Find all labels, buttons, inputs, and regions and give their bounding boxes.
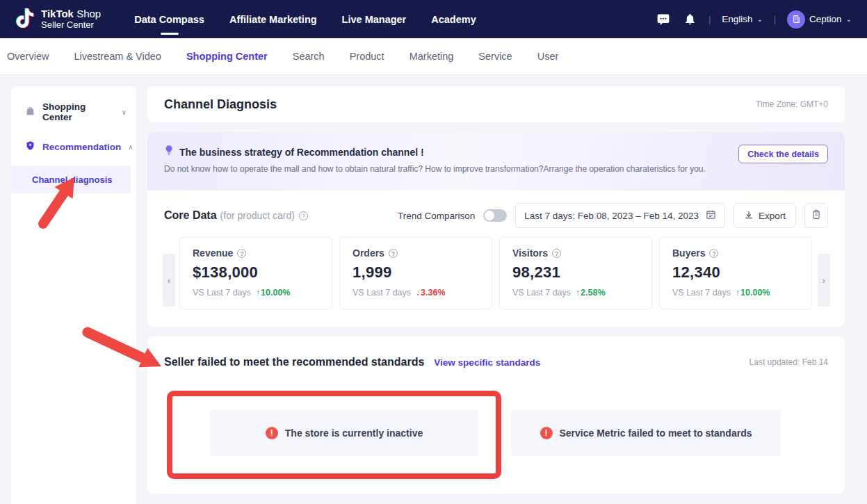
metric-label: Visitors <box>512 247 548 259</box>
carousel-prev-button[interactable]: ‹ <box>163 254 175 307</box>
trend-comparison-toggle[interactable] <box>483 209 507 222</box>
change-value: 3.36% <box>421 288 445 298</box>
last-updated-label: Last updated: Feb 14 <box>749 357 828 367</box>
compare-label: VS Last 7 days <box>193 288 251 298</box>
avatar <box>787 10 805 29</box>
top-nav-live-manager[interactable]: Live Manager <box>342 10 407 29</box>
brand-shop: Shop <box>74 8 101 19</box>
strategy-banner: The business strategy of Recommendation … <box>147 132 845 190</box>
metric-change: 2.58% <box>576 288 605 298</box>
metric-card-orders: Orders? 1,999 VS Last 7 days 3.36% <box>339 236 492 309</box>
notifications-bell-icon[interactable] <box>682 12 697 27</box>
account-menu[interactable]: Ception ⌄ <box>787 10 852 29</box>
calendar-icon <box>706 209 716 222</box>
top-nav-right: | English ⌄ | Ception ⌄ <box>656 10 852 29</box>
metric-value: $138,000 <box>193 263 319 282</box>
divider: | <box>774 15 776 24</box>
shopping-bag-icon <box>25 106 35 119</box>
date-range-value: Last 7 days: Feb 08, 2023 – Feb 14, 2023 <box>524 211 699 221</box>
compare-label: VS Last 7 days <box>672 288 731 298</box>
trend-comparison-label: Trend Comparison <box>398 211 475 221</box>
standards-card: Seller failed to meet the recommended st… <box>147 336 845 494</box>
chevron-up-icon: ∧ <box>128 143 133 151</box>
warning-store-inactive: ! The store is currently inactive <box>210 409 478 456</box>
compare-label: VS Last 7 days <box>512 288 571 298</box>
standards-title: Seller failed to meet the recommended st… <box>164 356 424 368</box>
check-details-button[interactable]: Check the details <box>738 145 828 163</box>
subnav-shopping-center[interactable]: Shopping Center <box>186 51 268 62</box>
metric-card-buyers: Buyers? 12,340 VS Last 7 days 10.00% <box>659 236 812 309</box>
help-question-icon[interactable]: ? <box>552 249 561 258</box>
chevron-down-icon: ⌄ <box>757 15 763 23</box>
export-button[interactable]: Export <box>734 203 796 228</box>
core-data-title: Core Data <box>164 209 217 222</box>
help-question-icon[interactable]: ? <box>237 249 246 258</box>
brand-logo[interactable]: TikTok Shop Seller Center <box>15 8 101 31</box>
toggle-knob <box>485 211 494 220</box>
top-navbar: TikTok Shop Seller Center Data Compass A… <box>0 0 867 38</box>
change-value: 2.58% <box>581 288 605 298</box>
metric-label: Revenue <box>193 247 233 259</box>
app-root: TikTok Shop Seller Center Data Compass A… <box>0 0 867 504</box>
trend-arrow-icon <box>256 288 260 298</box>
top-nav-academy[interactable]: Academy <box>431 10 476 29</box>
language-selector[interactable]: English ⌄ <box>722 14 763 24</box>
date-range-picker[interactable]: Last 7 days: Feb 08, 2023 – Feb 14, 2023 <box>515 203 725 228</box>
metric-change: 10.00% <box>736 288 770 298</box>
warning-text: The store is currently inactive <box>285 428 423 439</box>
view-specific-standards-link[interactable]: View specific standards <box>434 357 540 368</box>
metric-value: 1,999 <box>353 263 479 282</box>
compare-label: VS Last 7 days <box>353 288 411 298</box>
clipboard-button[interactable] <box>804 203 828 228</box>
export-label: Export <box>759 211 786 221</box>
metric-change: 10.00% <box>256 288 290 298</box>
sidebar-group-label: Recommendation <box>42 142 121 152</box>
subnav-livestream-video[interactable]: Livestream & Video <box>74 51 161 62</box>
sidebar-item-channel-diagnosis[interactable]: Channel diagnosis <box>11 165 131 193</box>
change-value: 10.00% <box>261 288 290 298</box>
messages-icon[interactable] <box>656 12 671 27</box>
username-label: Ception <box>809 14 842 24</box>
brand-seller-center: Seller Center <box>41 20 101 30</box>
metric-card-revenue: Revenue? $138,000 VS Last 7 days 10.00% <box>179 236 332 309</box>
help-question-icon[interactable]: ? <box>299 211 308 220</box>
lightbulb-icon <box>164 145 174 159</box>
brand-tiktok: TikTok <box>41 8 74 19</box>
trend-arrow-icon <box>736 288 740 298</box>
warning-text: Service Metric failed to meet to standar… <box>560 428 752 439</box>
top-nav-data-compass[interactable]: Data Compass <box>134 10 204 29</box>
secondary-navbar: Overview Livestream & Video Shopping Cen… <box>0 38 867 75</box>
sidebar-group-shopping-center[interactable]: Shopping Center ∨ <box>11 103 136 121</box>
metric-change: 3.36% <box>416 288 445 298</box>
warning-service-metric: ! Service Metric failed to meet to stand… <box>511 409 781 456</box>
subnav-service[interactable]: Service <box>478 51 512 62</box>
metric-value: 98,231 <box>512 263 639 282</box>
brand-text: TikTok Shop Seller Center <box>41 8 101 30</box>
page-header-card: Channel Diagnosis Time Zone: GMT+0 <box>147 86 845 122</box>
download-icon <box>744 210 754 222</box>
sidebar-group-recommendation[interactable]: Recommendation ∧ <box>11 138 136 156</box>
banner-title: The business strategy of Recommendation … <box>179 147 424 158</box>
subnav-user[interactable]: User <box>537 51 559 62</box>
carousel-next-button[interactable]: › <box>818 254 830 307</box>
metric-card-visitors: Visitors? 98,231 VS Last 7 days 2.58% <box>499 236 652 309</box>
metric-label: Orders <box>353 247 384 259</box>
help-question-icon[interactable]: ? <box>389 249 398 258</box>
subnav-search[interactable]: Search <box>293 51 325 62</box>
subnav-overview[interactable]: Overview <box>7 51 49 62</box>
subnav-product[interactable]: Product <box>350 51 384 62</box>
chevron-down-icon: ⌄ <box>846 15 852 23</box>
chevron-down-icon: ∨ <box>122 108 127 116</box>
core-data-subtitle: (for product card) <box>220 210 295 221</box>
language-label: English <box>722 14 752 24</box>
sidebar: Shopping Center ∨ Recommendation ∧ Chann… <box>11 86 136 504</box>
metric-value: 12,340 <box>672 263 799 282</box>
trend-arrow-icon <box>416 288 420 298</box>
subnav-marketing[interactable]: Marketing <box>410 51 454 62</box>
top-nav-affiliate-marketing[interactable]: Affiliate Marketing <box>229 10 317 29</box>
timezone-label: Time Zone: GMT+0 <box>756 99 828 109</box>
metrics-carousel: ‹ Revenue? $138,000 VS Last 7 days 10.00… <box>147 236 845 310</box>
help-question-icon[interactable]: ? <box>709 249 718 258</box>
sidebar-group-label: Shopping Center <box>42 101 115 122</box>
top-nav-items: Data Compass Affiliate Marketing Live Ma… <box>134 10 476 29</box>
